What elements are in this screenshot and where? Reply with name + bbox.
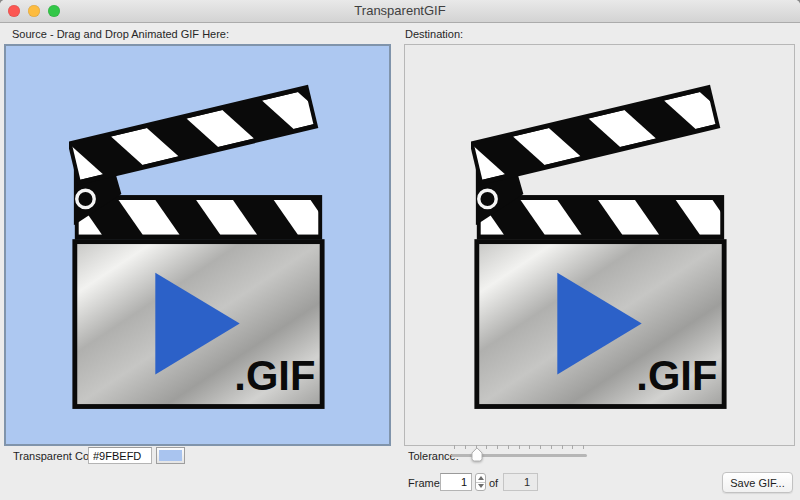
frame-total-field: 1 bbox=[503, 473, 538, 491]
frame-label: Frame: bbox=[408, 477, 443, 489]
transparent-color-input[interactable] bbox=[88, 447, 152, 464]
color-well-button[interactable] bbox=[156, 447, 185, 464]
close-button[interactable] bbox=[8, 5, 20, 17]
save-gif-button[interactable]: Save GIF... bbox=[722, 472, 793, 493]
stepper-up-button[interactable] bbox=[476, 474, 485, 483]
frame-input[interactable] bbox=[440, 473, 472, 491]
tolerance-slider-knob[interactable] bbox=[470, 447, 483, 466]
tolerance-slider[interactable] bbox=[451, 443, 587, 465]
source-label: Source - Drag and Drop Animated GIF Here… bbox=[12, 28, 229, 40]
app-window: .GIF TransparentGIF Source - Drag and Dr… bbox=[0, 0, 800, 500]
stepper-down-button[interactable] bbox=[476, 483, 485, 491]
window-title: TransparentGIF bbox=[0, 0, 800, 22]
source-drop-panel[interactable] bbox=[4, 44, 391, 446]
destination-panel bbox=[404, 44, 795, 446]
titlebar[interactable]: TransparentGIF bbox=[0, 0, 800, 23]
chevron-down-icon bbox=[478, 484, 484, 488]
frame-stepper[interactable] bbox=[475, 473, 486, 491]
zoom-button[interactable] bbox=[48, 5, 60, 17]
frame-of-label: of bbox=[489, 477, 498, 489]
destination-label: Destination: bbox=[405, 28, 463, 40]
chevron-up-icon bbox=[478, 476, 484, 480]
gif-clapperboard-icon bbox=[69, 79, 327, 412]
color-swatch bbox=[159, 450, 182, 461]
minimize-button[interactable] bbox=[28, 5, 40, 17]
gif-clapperboard-icon bbox=[471, 79, 729, 412]
